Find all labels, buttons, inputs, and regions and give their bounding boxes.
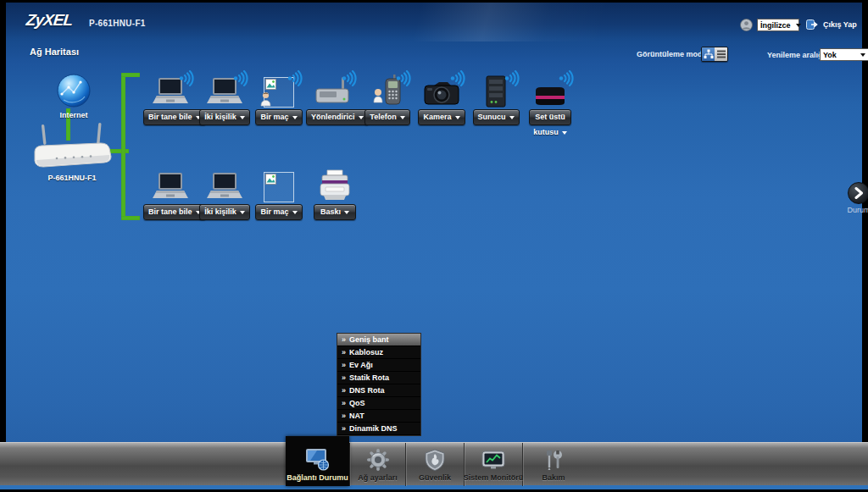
device-node: İki kişilik	[198, 72, 252, 125]
refresh-interval-value: Yok	[823, 51, 837, 59]
refresh-interval-label: Yenileme aralığı:	[767, 51, 827, 59]
device-menu-button[interactable]: Set üstü	[529, 109, 571, 125]
menu-item-nat[interactable]: NAT	[337, 410, 420, 423]
connection-status-icon	[305, 448, 331, 471]
person-icon	[259, 91, 272, 107]
gear-icon	[367, 449, 389, 471]
internet-node[interactable]: Internet	[55, 74, 92, 119]
select-arrow-icon	[796, 24, 801, 27]
device-menu-button[interactable]: Telefon	[364, 109, 409, 125]
status-arrow-button[interactable]	[848, 182, 868, 204]
wifi-signal-icon	[287, 70, 304, 86]
dropdown-caret-icon	[344, 211, 349, 214]
link-branch-row1	[121, 73, 140, 77]
select-arrow-icon	[860, 53, 865, 57]
menu-item-static-route[interactable]: Statik Rota	[337, 372, 420, 384]
dropdown-caret-icon	[400, 116, 405, 119]
wifi-signal-icon	[559, 70, 576, 86]
nav-item-security[interactable]: Güvenlik	[406, 443, 464, 486]
language-select[interactable]: İngilizce	[757, 19, 799, 31]
submenu-arrow-icon	[342, 372, 346, 384]
device-menu-button[interactable]: Bir tane bile	[143, 109, 206, 125]
device-node: Bir maç	[252, 167, 306, 220]
device-node: Bir maç	[252, 72, 306, 125]
nav-item-connection-status[interactable]: Bağlantı Durumu	[286, 436, 349, 486]
dropdown-caret-icon	[509, 116, 515, 119]
tools-icon	[542, 449, 565, 471]
language-select-value: İngilizce	[760, 21, 791, 30]
device-node: Kamera	[415, 72, 469, 125]
device-node: Bir tane bile	[143, 72, 198, 125]
dropdown-caret-icon	[240, 211, 245, 214]
wifi-signal-icon	[233, 70, 250, 86]
view-mode-list-button[interactable]	[715, 47, 727, 61]
wifi-signal-icon	[179, 70, 196, 86]
nav-item-maintenance[interactable]: Bakım	[523, 443, 584, 486]
menu-item-wireless[interactable]: Kablosuz	[337, 346, 420, 359]
device-label: Bir maç	[260, 113, 288, 121]
device-label: İki kişilik	[204, 207, 236, 216]
device-label: Yönlendirici	[311, 113, 355, 121]
menu-item-qos[interactable]: QoS	[337, 397, 420, 410]
logout-icon	[806, 19, 818, 30]
router-device-image	[28, 123, 116, 170]
menu-item-broadband[interactable]: Geniş bant	[337, 334, 420, 346]
device-menu-button[interactable]: Bir tane bile	[143, 204, 206, 220]
nav-label: Sistem Monitörü	[464, 473, 524, 482]
nav-item-network-settings[interactable]: Ağ ayarları	[350, 443, 405, 486]
submenu-arrow-icon	[342, 346, 346, 359]
device-menu-button[interactable]: Bir maç	[255, 204, 302, 220]
menu-item-home-network[interactable]: Ev Ağı	[337, 359, 420, 372]
nav-label: Bakım	[542, 473, 565, 482]
dropdown-caret-icon	[292, 211, 298, 214]
laptop-icon	[151, 172, 190, 202]
submenu-arrow-icon	[342, 334, 346, 346]
menu-item-dynamic-dns[interactable]: Dinamik DNS	[337, 423, 420, 435]
menu-item-dns-route[interactable]: DNS Rota	[337, 384, 420, 397]
device-menu-button[interactable]: Kamera	[418, 109, 465, 125]
device-menu-button[interactable]: Bir maç	[255, 109, 302, 125]
laptop-icon	[205, 172, 244, 202]
device-menu-button[interactable]: İki kişilik	[199, 204, 250, 220]
shield-icon	[425, 449, 445, 471]
view-mode-toggle	[701, 47, 728, 62]
device-label: Bir tane bile	[148, 113, 192, 121]
device-menu-button[interactable]: Baskı	[314, 204, 356, 220]
device-menu-button[interactable]: Sunucu	[473, 109, 520, 125]
wifi-signal-icon	[342, 70, 359, 86]
nav-item-system-monitor[interactable]: Sistem Monitörü	[465, 443, 522, 486]
refresh-interval-select[interactable]: Yok	[820, 48, 868, 61]
device-node: Telefon	[360, 72, 415, 125]
internet-globe-icon	[57, 74, 91, 108]
view-mode-map-button[interactable]	[702, 47, 715, 61]
view-mode-label: Görüntüleme modu:	[637, 50, 709, 58]
device-label: Kamera	[423, 113, 451, 121]
image-glyph-icon	[265, 174, 276, 185]
gateway-node[interactable]: P-661HNU-F1	[26, 123, 118, 182]
submenu-arrow-icon	[342, 397, 346, 410]
logout-label: Çıkış Yap	[823, 20, 857, 29]
logout-button[interactable]: Çıkış Yap	[806, 19, 857, 30]
device-node: Sunucu	[469, 72, 523, 125]
device-menu-button[interactable]: İki kişilik	[199, 109, 250, 125]
device-node: İki kişilik	[198, 167, 252, 220]
device-node: Bir tane bile	[143, 167, 198, 220]
system-monitor-icon	[481, 451, 505, 471]
dropdown-caret-icon	[562, 131, 567, 135]
device-label: İki kişilik	[204, 113, 236, 121]
nav-label: Ağ ayarları	[358, 473, 398, 482]
device-menu-button[interactable]: Yönlendirici	[306, 109, 369, 125]
device-node: Set üstü kutusu	[523, 72, 577, 136]
submenu-arrow-icon	[342, 384, 346, 397]
dropdown-caret-icon	[455, 116, 460, 119]
chevron-right-icon	[854, 187, 864, 199]
user-language-icon	[740, 19, 753, 31]
nav-label: Güvenlik	[419, 473, 451, 482]
wifi-signal-icon	[450, 70, 467, 86]
network-settings-submenu: Geniş bant Kablosuz Ev Ağı Statik Rota D…	[337, 333, 421, 436]
link-branch-row2	[121, 216, 140, 220]
device-label-line2: kutusu	[523, 128, 577, 136]
device-node: Yönlendirici	[306, 72, 360, 125]
internet-label: Internet	[55, 111, 92, 119]
image-glyph-icon	[265, 79, 276, 90]
